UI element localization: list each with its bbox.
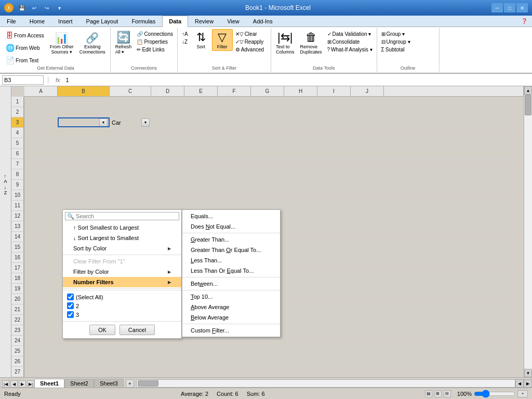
text-to-columns-btn[interactable]: |⇆| Text toColumns [273, 29, 297, 56]
col-header-h[interactable]: H [284, 86, 317, 96]
row-header-4[interactable]: 4 [11, 128, 24, 138]
filter-btn[interactable]: ▽ Filter [212, 29, 233, 51]
col-header-b[interactable]: B [58, 86, 110, 96]
row-header-24[interactable]: 24 [11, 336, 24, 346]
row-header-13[interactable]: 13 [11, 221, 24, 232]
refresh-all-btn[interactable]: 🔄 RefreshAll ▾ [113, 29, 135, 56]
filter-dropdown-btn-c[interactable]: ▼ [141, 118, 150, 127]
submenu-between[interactable]: Between... [182, 278, 280, 289]
submenu-above-average[interactable]: Above Average [182, 302, 280, 312]
cell-a2[interactable] [24, 107, 58, 117]
reapply-btn[interactable]: ✓▽ Reapply [233, 38, 266, 46]
tab-data[interactable]: Data [162, 16, 188, 27]
minimize-btn[interactable]: ─ [491, 3, 503, 12]
row-header-21[interactable]: 21 [11, 304, 24, 315]
row-header-19[interactable]: 19 [11, 284, 24, 294]
view-layout-btn[interactable]: ⊞ [434, 390, 442, 397]
scroll-track[interactable] [524, 95, 532, 369]
row-header-25[interactable]: 25 [11, 346, 24, 356]
checkbox-3[interactable]: 3 [67, 310, 177, 319]
formula-input[interactable] [64, 77, 530, 83]
submenu-greater-than-equal[interactable]: Greater Than Or Equal To... [182, 245, 280, 255]
view-normal-btn[interactable]: ▤ [425, 390, 432, 397]
cell-c3[interactable]: Car ▼ [110, 117, 151, 127]
cell-b3[interactable]: ▼ [58, 117, 110, 127]
submenu-less-than-equal[interactable]: Less Than Or Equal To... [182, 265, 280, 276]
ungroup-btn[interactable]: ⊟ Ungroup ▾ [379, 38, 413, 46]
advanced-btn[interactable]: ⚙ Advanced [233, 46, 266, 54]
sheet-nav-prev[interactable]: ◀ [10, 380, 18, 388]
row-header-6[interactable]: 6 [11, 149, 24, 159]
submenu-top10[interactable]: Top 10... [182, 291, 280, 302]
horizontal-scrollbar[interactable] [136, 379, 515, 388]
cell-e1[interactable] [184, 97, 218, 107]
checkbox-3-input[interactable] [67, 311, 74, 318]
scroll-down-btn[interactable]: ▼ [524, 369, 532, 377]
redo-quick-btn[interactable]: ↪ [42, 3, 52, 12]
sheet-tab-2[interactable]: Sheet2 [64, 379, 94, 388]
sort-desc-btn[interactable]: ↓Z [180, 38, 190, 46]
name-box[interactable] [2, 75, 44, 85]
col-header-g[interactable]: G [251, 86, 284, 96]
number-filters[interactable]: Number Filters ▶ [63, 277, 181, 287]
row-header-10[interactable]: 10 [11, 190, 24, 201]
row-header-8[interactable]: 8 [11, 169, 24, 180]
from-web-btn[interactable]: 🌐 From Web [3, 42, 47, 54]
consolidate-btn[interactable]: ⊞ Consolidate [325, 38, 375, 46]
view-pagebreak-btn[interactable]: ⊟ [444, 390, 451, 397]
cell-b2[interactable] [58, 107, 110, 117]
dropdown-quick-btn[interactable]: ▾ [54, 3, 64, 12]
subtotal-btn[interactable]: Σ Subtotal [379, 46, 413, 54]
sort-largest-smallest[interactable]: ↓ Sort Largest to Smallest [63, 233, 181, 243]
tab-insert[interactable]: Insert [51, 16, 79, 27]
filter-cancel-btn[interactable]: Cancel [119, 325, 155, 335]
tab-addins[interactable]: Add-Ins [246, 16, 280, 27]
row-header-7[interactable]: 7 [11, 159, 24, 169]
row-header-1[interactable]: 1 [11, 97, 24, 107]
filter-ok-btn[interactable]: OK [89, 325, 115, 335]
sheet-tab-3[interactable]: Sheet3 [94, 379, 124, 388]
row-header-3[interactable]: 3 [11, 117, 24, 128]
submenu-equals[interactable]: Equals... [182, 211, 280, 221]
from-other-sources-btn[interactable]: 📊 From OtherSources ▾ [47, 30, 76, 56]
submenu-does-not-equal[interactable]: Does Not Equal... [182, 221, 280, 232]
sort-smallest-largest[interactable]: ↑ Sort Smallest to Largest [63, 222, 181, 233]
sort-asc-btn[interactable]: ↑A [180, 30, 190, 38]
row-header-17[interactable]: 17 [11, 263, 24, 273]
cell-d1[interactable] [151, 97, 184, 107]
zoom-slider[interactable] [474, 390, 515, 398]
col-header-d[interactable]: D [151, 86, 184, 96]
row-header-27[interactable]: 27 [11, 367, 24, 377]
tab-view[interactable]: View [220, 16, 246, 27]
undo-quick-btn[interactable]: ↩ [29, 3, 39, 12]
tab-formulas[interactable]: Formulas [125, 16, 162, 27]
cell-c2[interactable] [110, 107, 151, 117]
h-scroll-thumb[interactable] [138, 380, 158, 387]
row-header-22[interactable]: 22 [11, 315, 24, 325]
help-btn[interactable]: ❓ [516, 16, 532, 26]
col-header-c[interactable]: C [110, 86, 151, 96]
row-header-12[interactable]: 12 [11, 211, 24, 221]
what-if-btn[interactable]: ? What-If Analysis ▾ [325, 46, 375, 54]
checkbox-2-input[interactable] [67, 302, 74, 309]
row-header-23[interactable]: 23 [11, 325, 24, 336]
sheet-nav-last[interactable]: ▶| [27, 380, 34, 388]
row-header-18[interactable]: 18 [11, 273, 24, 284]
row-header-16[interactable]: 16 [11, 252, 24, 263]
row-header-9[interactable]: 9 [11, 180, 24, 190]
col-header-a[interactable]: A [24, 86, 58, 96]
tab-review[interactable]: Review [188, 16, 220, 27]
sort-btn[interactable]: ⇅ Sort [191, 29, 211, 51]
existing-connections-btn[interactable]: 🔗 ExistingConnections [77, 30, 108, 56]
row-header-5[interactable]: 5 [11, 138, 24, 149]
col-header-i[interactable]: I [317, 86, 351, 96]
maximize-btn[interactable]: □ [504, 3, 515, 12]
sheet-nav-first[interactable]: |◀ [2, 380, 9, 388]
row-header-20[interactable]: 20 [11, 294, 24, 304]
tab-file[interactable]: File [0, 16, 23, 27]
submenu-greater-than[interactable]: Greater Than... [182, 234, 280, 245]
cell-c1[interactable] [110, 97, 151, 107]
add-sheet-btn[interactable]: + [126, 379, 134, 388]
sort-za-icon[interactable]: ↓Z [4, 185, 7, 195]
row-header-14[interactable]: 14 [11, 232, 24, 242]
